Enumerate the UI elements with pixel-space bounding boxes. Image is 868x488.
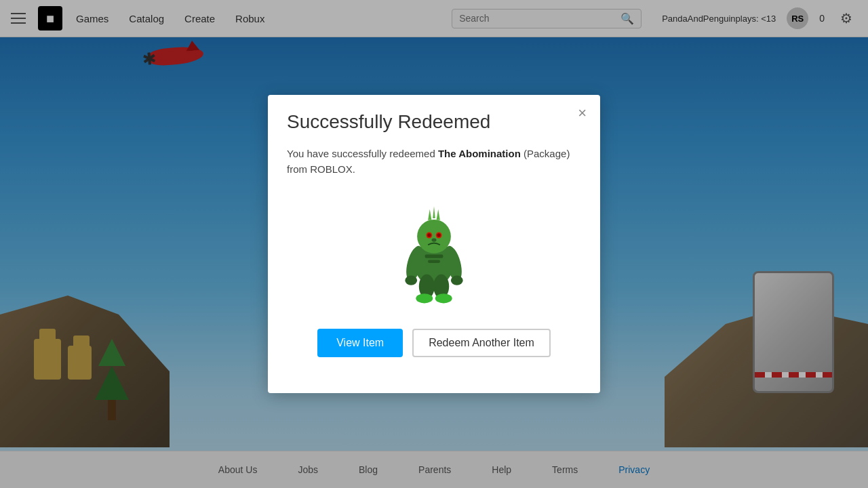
svg-point-13 (451, 276, 463, 285)
svg-point-17 (435, 293, 452, 303)
redemption-modal: Successfully Redeemed × You have success… (268, 95, 600, 393)
item-image-container (287, 190, 581, 312)
svg-marker-3 (433, 206, 435, 218)
modal-title: Successfully Redeemed (287, 111, 581, 133)
item-name: The Abomination (438, 148, 521, 159)
svg-point-16 (416, 293, 433, 303)
svg-point-1 (417, 220, 451, 253)
redeem-another-button[interactable]: Redeem Another Item (412, 329, 551, 357)
svg-point-12 (405, 276, 417, 285)
modal-body-text: You have successfully redeemed The Abomi… (287, 146, 581, 177)
item-character-image (387, 197, 481, 306)
svg-point-7 (427, 233, 431, 237)
svg-point-8 (437, 233, 440, 237)
modal-close-button[interactable]: × (578, 106, 587, 121)
body-prefix: You have successfully redeemed (287, 148, 438, 159)
svg-rect-19 (428, 260, 440, 262)
view-item-button[interactable]: View Item (317, 329, 403, 357)
modal-overlay: Successfully Redeemed × You have success… (0, 0, 868, 488)
svg-marker-2 (428, 209, 431, 220)
svg-marker-4 (437, 209, 440, 220)
svg-rect-18 (425, 254, 443, 258)
modal-buttons: View Item Redeem Another Item (287, 329, 581, 357)
svg-point-9 (431, 238, 436, 241)
